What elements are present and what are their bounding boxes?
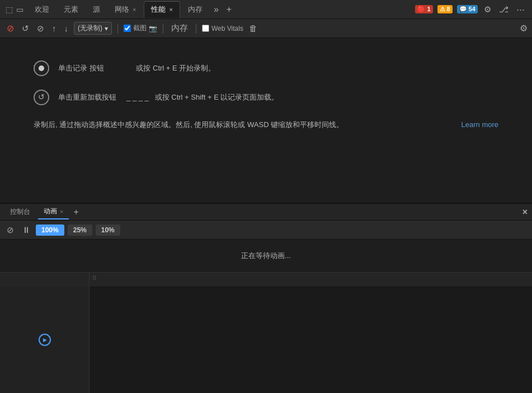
tab-console[interactable]: 控制台 bbox=[4, 205, 36, 219]
learn-more-link[interactable]: Learn more bbox=[462, 119, 498, 131]
instr-row-reload: ↺ 单击重新加载按钮 _ _ _ _ 或按 Ctrl + Shift + E 以… bbox=[34, 90, 498, 105]
bottom-panel: 控制台 动画 × + × ⊘ ⏸ 100% 25% 10% 正在等待动画... … bbox=[0, 203, 532, 393]
web-vitals-checkbox[interactable] bbox=[202, 25, 209, 32]
warning-badge[interactable]: ⚠ 8 bbox=[437, 5, 453, 13]
anim-waiting-area: 正在等待动画... 0 bbox=[0, 240, 532, 393]
screenshot-icon: 📷 bbox=[149, 25, 157, 32]
anim-body-left bbox=[0, 286, 90, 393]
speed-25-btn[interactable]: 25% bbox=[68, 224, 92, 236]
anim-body bbox=[0, 286, 532, 393]
web-vitals-label[interactable]: Web Vitals bbox=[202, 25, 243, 32]
tab-animation-close[interactable]: × bbox=[60, 208, 63, 215]
screenshot-checkbox[interactable] bbox=[124, 25, 131, 32]
anim-timeline-left-header bbox=[0, 273, 90, 286]
no-record-dropdown[interactable]: (无录制) ▾ bbox=[74, 22, 112, 35]
bottom-tab-bar: 控制台 动画 × + × bbox=[0, 204, 532, 221]
record-icon bbox=[34, 60, 49, 76]
play-button[interactable] bbox=[39, 334, 51, 346]
message-badge[interactable]: 💬 54 bbox=[457, 5, 478, 13]
anim-timeline-header: 0 bbox=[0, 273, 532, 286]
tab-performance[interactable]: 性能 × bbox=[144, 1, 180, 18]
close-bottom-panel-button[interactable]: × bbox=[522, 207, 528, 217]
main-content: 单击记录 按钮 或按 Ctrl + E 开始录制。 ↺ 单击重新加载按钮 _ _… bbox=[0, 38, 532, 203]
speed-100-btn[interactable]: 100% bbox=[36, 224, 64, 236]
refresh-btn[interactable]: ↺ bbox=[20, 22, 31, 35]
toolbar-sep-2 bbox=[163, 24, 163, 34]
instr-text-record: 单击记录 按钮 或按 Ctrl + E 开始录制。 bbox=[58, 62, 215, 74]
perf-settings-icon[interactable]: ⚙ bbox=[520, 24, 528, 33]
settings-icon[interactable]: ⚙ bbox=[482, 4, 493, 15]
dropdown-arrow-icon: ▾ bbox=[105, 25, 108, 32]
error-badge[interactable]: 🔴 1 bbox=[415, 5, 432, 13]
more-tabs-button[interactable]: » bbox=[210, 4, 222, 15]
anim-toolbar: ⊘ ⏸ 100% 25% 10% bbox=[0, 221, 532, 240]
screenshot-label: 截图 bbox=[133, 24, 147, 33]
tab-network-close[interactable]: × bbox=[133, 6, 136, 13]
main-tab-bar: ⬚ ▭ 欢迎 元素 源 网络 × 性能 × 内存 » + 🔴 1 ⚠ 8 💬 5… bbox=[0, 0, 532, 19]
more-options-icon[interactable]: ⋯ bbox=[515, 4, 526, 15]
perf-instructions: 单击记录 按钮 或按 Ctrl + E 开始录制。 ↺ 单击重新加载按钮 _ _… bbox=[0, 38, 532, 148]
anim-timeline: 0 bbox=[0, 272, 532, 393]
tab-memory[interactable]: 内存 bbox=[181, 1, 209, 18]
clear-btn[interactable]: ⊘ bbox=[35, 22, 46, 35]
tab-animation[interactable]: 动画 × bbox=[38, 205, 69, 219]
anim-pause-btn[interactable]: ⏸ bbox=[20, 224, 32, 236]
ruler-zero-marker: 0 bbox=[93, 275, 96, 281]
tab-welcome[interactable]: 欢迎 bbox=[28, 1, 56, 18]
anim-waiting-text: 正在等待动画... bbox=[0, 240, 532, 272]
speed-10-btn[interactable]: 10% bbox=[96, 224, 120, 236]
tab-performance-close[interactable]: × bbox=[169, 6, 172, 13]
toolbar-sep-3 bbox=[196, 24, 196, 34]
no-record-label: (无录制) bbox=[78, 24, 102, 33]
reload-icon: ↺ bbox=[34, 90, 49, 105]
tab-sources[interactable]: 源 bbox=[86, 1, 107, 18]
toolbar-right: ⚙ bbox=[520, 23, 528, 34]
anim-clear-btn[interactable]: ⊘ bbox=[4, 224, 16, 236]
new-tab-button[interactable]: + bbox=[223, 4, 235, 15]
add-panel-button[interactable]: + bbox=[71, 207, 81, 217]
devtools-icons: ⬚ ▭ bbox=[2, 5, 27, 14]
anim-timeline-ruler: 0 bbox=[90, 273, 532, 286]
delete-btn[interactable]: 🗑 bbox=[247, 22, 260, 34]
stop-record-btn[interactable]: ⊘ bbox=[4, 22, 16, 35]
instr-row-record: 单击记录 按钮 或按 Ctrl + E 开始录制。 bbox=[34, 60, 498, 76]
toolbar-sep-1 bbox=[117, 24, 118, 34]
instr-text-reload: 单击重新加载按钮 _ _ _ _ 或按 Ctrl + Shift + E 以记录… bbox=[58, 91, 279, 104]
tab-elements[interactable]: 元素 bbox=[57, 1, 85, 18]
perf-toolbar: ⊘ ↺ ⊘ ↑ ↓ (无录制) ▾ 截图 📷 内存 Web Vitals 🗑 ⚙ bbox=[0, 19, 532, 38]
instr-desc-text: 录制后, 通过拖动选择概述中感兴趣的区域。然后, 使用鼠标滚轮或 WASD 键缩… bbox=[34, 119, 343, 131]
screenshot-checkbox-label[interactable]: 截图 📷 bbox=[124, 24, 157, 33]
inspect-icon[interactable]: ⬚ bbox=[6, 5, 13, 14]
upload-btn[interactable]: ↑ bbox=[50, 22, 59, 34]
device-icon[interactable]: ▭ bbox=[16, 5, 23, 14]
git-icon[interactable]: ⎇ bbox=[497, 4, 510, 15]
anim-body-right bbox=[90, 286, 532, 393]
tab-network[interactable]: 网络 × bbox=[108, 1, 143, 18]
download-btn[interactable]: ↓ bbox=[62, 22, 71, 34]
memory-label: 内存 bbox=[169, 22, 190, 35]
instr-desc: 录制后, 通过拖动选择概述中感兴趣的区域。然后, 使用鼠标滚轮或 WASD 键缩… bbox=[34, 119, 498, 131]
tab-bar-right: 🔴 1 ⚠ 8 💬 54 ⚙ ⎇ ⋯ bbox=[415, 4, 530, 15]
